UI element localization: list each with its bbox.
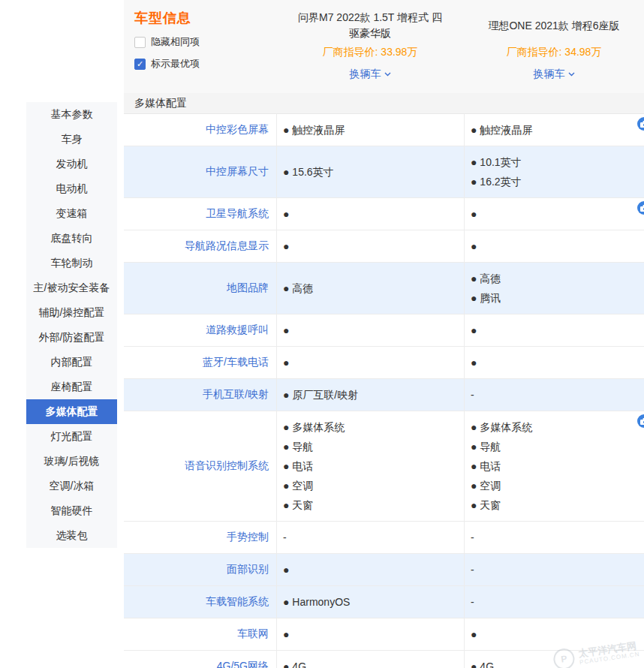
value-line: - [471, 592, 644, 612]
row-label[interactable]: 车载智能系统 [124, 586, 276, 618]
sidebar-item[interactable]: 内部配置 [26, 350, 117, 375]
value-cell-car2: - [464, 522, 644, 553]
value-line: ● 电话 [471, 456, 644, 476]
value-cell-car1: ● HarmonyOS [276, 586, 464, 618]
sidebar-item[interactable]: 空调/冰箱 [26, 474, 117, 498]
row-label[interactable]: 4G/5G网络 [124, 651, 276, 668]
sidebar-item[interactable]: 车身 [26, 127, 117, 152]
value-cell-car2: ● 多媒体系统● 导航● 电话● 空调● 天窗 [464, 411, 644, 521]
sidebar-item[interactable]: 灯光配置 [26, 424, 117, 449]
row-label[interactable]: 地图品牌 [124, 263, 276, 314]
value-line: ● 电话 [283, 456, 464, 476]
value-cell-car1: ● [276, 230, 464, 262]
sidebar-item[interactable]: 多媒体配置 [26, 399, 117, 424]
sidebar-item[interactable]: 辅助/操控配置 [26, 300, 117, 325]
sidebar-item[interactable]: 电动机 [26, 176, 117, 201]
value-line: ● 多媒体系统 [471, 417, 644, 437]
row-label[interactable]: 中控彩色屏幕 [124, 114, 276, 146]
value-cell-car2: - [464, 554, 644, 585]
row-label[interactable]: 语音识别控制系统 [124, 411, 276, 521]
value-line: ● [471, 236, 644, 256]
mark-best-checkbox[interactable] [134, 59, 146, 70]
table-row: 道路救援呼叫●● [124, 314, 644, 347]
value-line: ● 16.2英寸 [471, 172, 644, 191]
value-cell-car2: ● 高德● 腾讯 [464, 263, 644, 314]
value-line: ● 4G [471, 657, 644, 668]
table-row: 手机互联/映射● 原厂互联/映射- [124, 379, 644, 411]
value-line: ● 导航 [283, 437, 464, 456]
sidebar-item[interactable]: 车轮制动 [26, 251, 117, 275]
car-price: 厂商指导价: 33.98万 [323, 46, 418, 59]
value-cell-car1: ● 4G [276, 651, 464, 668]
value-line: - [283, 528, 464, 547]
value-line: - [471, 385, 644, 405]
row-label[interactable]: 卫星导航系统 [124, 198, 276, 230]
value-line: ● HarmonyOS [283, 592, 464, 612]
value-line: ● 4G [283, 657, 464, 668]
row-label[interactable]: 蓝牙/车载电话 [124, 347, 276, 378]
row-label[interactable]: 中控屏幕尺寸 [124, 146, 276, 197]
value-cell-car2: ● [464, 618, 644, 650]
change-vehicle-button[interactable]: 换辆车 [350, 68, 391, 81]
change-vehicle-button[interactable]: 换辆车 [534, 68, 575, 81]
price-label: 厂商指导价: [507, 46, 562, 58]
value-line: ● 原厂互联/映射 [283, 385, 464, 405]
value-line: ● 触控液晶屏 [471, 120, 644, 140]
chevron-down-icon [568, 72, 575, 77]
value-cell-car1: ● 15.6英寸 [276, 146, 464, 197]
car-name: 理想ONE 2021款 增程6座版 [468, 9, 639, 42]
value-line: ● 多媒体系统 [283, 417, 464, 437]
hide-same-label: 隐藏相同项 [151, 35, 200, 49]
table-row: 车联网●● [124, 618, 644, 651]
row-label[interactable]: 手机互联/映射 [124, 379, 276, 411]
table-row: 卫星导航系统●● [124, 198, 644, 230]
hide-same-option[interactable]: 隐藏相同项 [134, 35, 276, 49]
value-line: ● 天窗 [471, 495, 644, 515]
value-line: ● [283, 204, 464, 224]
value-line: ● [283, 320, 464, 340]
value-cell-car2: - [464, 586, 644, 618]
sidebar-item[interactable]: 智能硬件 [26, 498, 117, 523]
hide-same-checkbox[interactable] [134, 37, 146, 48]
value-cell-car2: ● 4G [464, 651, 644, 668]
row-label[interactable]: 导航路况信息显示 [124, 230, 276, 262]
value-line: ● [283, 353, 464, 372]
mark-best-label: 标示最优项 [151, 57, 200, 71]
value-line: ● [471, 204, 644, 224]
row-label[interactable]: 面部识别 [124, 554, 276, 585]
value-cell-car1: ● 触控液晶屏 [276, 114, 464, 146]
value-line: - [471, 528, 644, 547]
sidebar-item[interactable]: 基本参数 [26, 102, 117, 127]
value-line: ● [471, 353, 644, 372]
price-value: 33.98万 [381, 46, 417, 58]
main-panel: 车型信息 隐藏相同项 标示最优项 问界M7 2022款 1.5T 增程式 四驱豪… [124, 0, 644, 668]
table-row: 地图品牌● 高德● 高德● 腾讯 [124, 263, 644, 314]
sidebar-item[interactable]: 座椅配置 [26, 375, 117, 399]
value-line: ● [283, 236, 464, 256]
value-cell-car2: ● 10.1英寸● 16.2英寸 [464, 146, 644, 197]
value-cell-car2: ● 触控液晶屏 [464, 114, 644, 146]
car-column-2: 理想ONE 2021款 增程6座版 厂商指导价: 34.98万 换辆车 [464, 0, 644, 93]
value-cell-car2: ● [464, 198, 644, 230]
price-value: 34.98万 [564, 46, 601, 58]
sidebar-item[interactable]: 外部/防盗配置 [26, 325, 117, 350]
change-vehicle-label: 换辆车 [534, 68, 565, 81]
sidebar-item[interactable]: 选装包 [26, 523, 117, 548]
value-line: ● 10.1英寸 [471, 152, 644, 172]
row-label[interactable]: 手势控制 [124, 522, 276, 553]
sidebar-item[interactable]: 变速箱 [26, 201, 117, 226]
row-label[interactable]: 道路救援呼叫 [124, 314, 276, 346]
table-row: 手势控制-- [124, 522, 644, 554]
table-row: 中控屏幕尺寸● 15.6英寸● 10.1英寸● 16.2英寸 [124, 146, 644, 198]
value-line: ● [283, 624, 464, 644]
value-line: - [471, 560, 644, 579]
table-row: 面部识别●- [124, 554, 644, 586]
row-label[interactable]: 车联网 [124, 618, 276, 650]
sidebar-item[interactable]: 玻璃/后视镜 [26, 449, 117, 474]
value-cell-car2: ● [464, 314, 644, 346]
sidebar-item[interactable]: 发动机 [26, 152, 117, 176]
header-controls: 车型信息 隐藏相同项 标示最优项 [124, 0, 276, 93]
sidebar-item[interactable]: 底盘转向 [26, 226, 117, 251]
mark-best-option[interactable]: 标示最优项 [134, 57, 276, 71]
sidebar-item[interactable]: 主/被动安全装备 [26, 275, 117, 300]
